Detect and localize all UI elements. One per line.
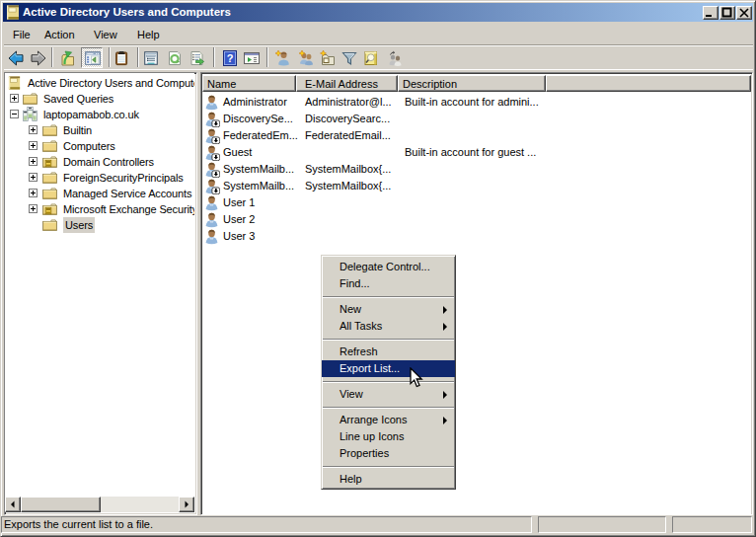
svg-text:?: ? — [227, 52, 234, 64]
